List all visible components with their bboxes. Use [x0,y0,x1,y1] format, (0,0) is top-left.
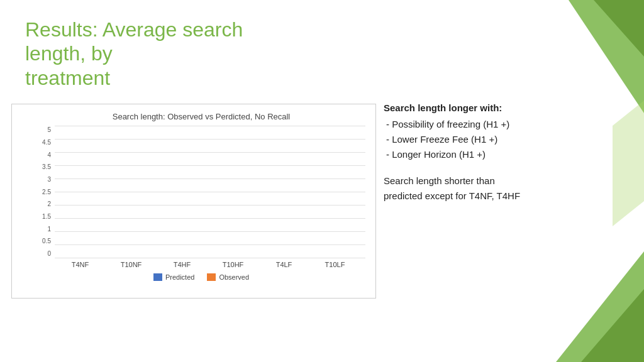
x-label-T10NF: T10NF [113,261,150,268]
x-label-T4NF: T4NF [62,261,99,268]
x-labels: T4NFT10NFT4HFT10HFT4LFT10LF [37,258,365,268]
x-label-T10LF: T10LF [316,261,354,268]
info-section2: Search length shorter than predicted exc… [384,173,597,204]
info-bullet1: - Possibility of freezing (H1 +) [386,117,597,132]
bars-container [55,126,365,258]
info-section2-line2: predicted except for T4NF, T4HF [384,189,597,204]
x-label-T4HF: T4HF [164,261,201,268]
page-title: Results: Average search length, by treat… [25,18,289,90]
slide: Results: Average search length, by treat… [0,0,644,362]
title-line2: treatment [25,67,110,89]
title-line1: Results: Average search length, by [25,18,243,65]
info-bullet2: - Lower Freeze Fee (H1 +) [386,132,597,147]
chart-plot [55,126,365,258]
info-section2-line1: Search length shorter than [384,173,597,189]
legend-observed: Observed [207,273,249,281]
legend-predicted: Predicted [153,273,194,281]
svg-marker-1 [594,0,644,57]
legend-predicted-label: Predicted [165,273,194,281]
legend-observed-label: Observed [219,273,249,281]
x-label-T10HF: T10HF [214,261,252,268]
info-section1-title: Search length longer with: [384,101,597,116]
chart-legend: Predicted Observed [37,273,365,281]
chart-container: Search length: Observed vs Perdicted, No… [11,104,376,299]
info-bullet3: - Longer Horizon (H1 +) [386,147,597,162]
svg-marker-3 [581,289,644,362]
chart-inner: 0 0.5 1 1.5 2 2.5 3 3.5 4 4.5 5 [37,126,365,258]
svg-marker-0 [569,0,644,113]
svg-marker-2 [556,251,644,362]
x-label-T4LF: T4LF [265,261,303,268]
legend-observed-color [207,273,216,281]
info-panel: Search length longer with: - Possibility… [384,101,597,215]
info-section1: Search length longer with: - Possibility… [384,101,597,162]
legend-predicted-color [153,273,162,281]
svg-marker-4 [613,101,644,226]
y-axis: 0 0.5 1 1.5 2 2.5 3 3.5 4 4.5 5 [37,126,51,258]
chart-title: Search length: Observed vs Perdicted, No… [37,112,365,121]
